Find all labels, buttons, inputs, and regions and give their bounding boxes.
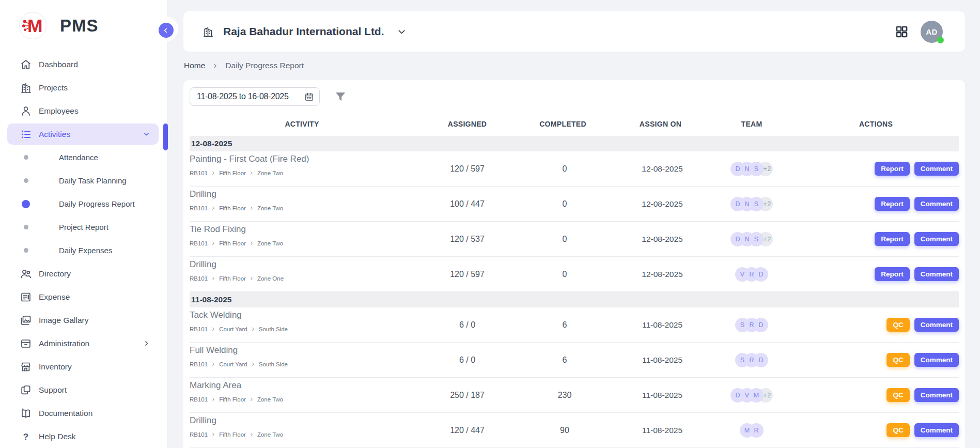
row-actions: ReportComment [793,267,959,281]
location-segment: RB101 [190,396,208,403]
location-segment: Fifth Floor [219,205,246,212]
sidebar-item-expense[interactable]: Expense [0,285,167,308]
report-button[interactable]: Report [875,267,910,281]
table-row: DrillingRB101Fifth FloorZone Two100 / 44… [190,187,959,222]
comment-button[interactable]: Comment [914,423,959,437]
location-segment: South Side [259,361,288,368]
comment-button[interactable]: Comment [914,197,959,211]
qc-button[interactable]: QC [886,318,909,332]
activity-location: RB101Fifth FloorZone Two [190,431,419,438]
qc-button[interactable]: QC [886,423,909,437]
activity-location: RB101Fifth FloorZone Two [190,169,419,177]
breadcrumb-home[interactable]: Home [184,61,205,70]
team-avatar: D [730,162,745,176]
date-range-value: 11-08-2025 to 16-08-2025 [197,92,304,101]
brand-logo-icon: M [19,12,46,39]
table-row: Tie Rod FixingRB101Fifth FloorZone Two12… [190,222,959,257]
sidebar-item-administration[interactable]: Administration [0,332,167,355]
team-avatar: D [730,232,745,246]
sidebar-subitem-daily-expenses[interactable]: Daily Expenses [0,239,167,262]
sidebar-subitem-attendance[interactable]: Attendance [0,146,167,169]
team-avatars: SRD [710,353,793,367]
table-row: Painting - First Coat (Fire Red)RB101Fif… [190,151,959,187]
header-actions: AD [895,21,943,43]
assign-on-value: 11-08-2025 [614,426,710,435]
activity-title: Marking Area [190,380,419,391]
activity-title: Tie Rod Fixing [190,224,419,235]
content-card: 11-08-2025 to 16-08-2025 ACTIVITY ASSIGN… [183,80,965,448]
team-avatars: DVM+2 [710,388,793,403]
table-row: DrillingRB101Fifth FloorZone One120 / 59… [190,257,959,292]
comment-button[interactable]: Comment [914,318,959,332]
comment-button[interactable]: Comment [914,162,959,176]
team-avatar: D [730,197,745,211]
chevron-right-icon [211,362,215,366]
report-button[interactable]: Report [875,197,910,211]
sidebar-subitem-daily-task-planning[interactable]: Daily Task Planning [0,169,167,192]
team-avatar: S [735,318,750,332]
row-actions: QCComment [793,423,959,437]
comment-button[interactable]: Comment [914,353,959,367]
building-icon [20,82,32,94]
sidebar-item-support[interactable]: Support [0,378,167,401]
qc-button[interactable]: QC [886,388,909,402]
chevron-down-icon [143,130,150,138]
assign-on-value: 12-08-2025 [614,270,710,279]
person-icon [20,105,32,117]
row-actions: ReportComment [793,232,959,246]
sidebar-item-employees[interactable]: Employees [0,99,167,122]
comment-button[interactable]: Comment [914,267,959,281]
activity-location: RB101Fifth FloorZone One [190,275,419,282]
assign-on-value: 11-08-2025 [614,391,710,400]
completed-value: 230 [515,391,614,400]
table-row: Marking AreaRB101Fifth FloorZone Two250 … [190,378,959,413]
sidebar-item-inventory[interactable]: Inventory [0,355,167,378]
team-avatars: DNS+2 [710,197,793,211]
svg-text:?: ? [23,432,28,442]
bullet-dot-icon [22,200,30,208]
qc-button[interactable]: QC [886,353,909,367]
sidebar-item-help-desk[interactable]: ?Help Desk [0,425,167,448]
location-segment: Zone Two [257,240,283,247]
sidebar-subitem-project-report[interactable]: Project Report [0,215,167,239]
sidebar-collapse-button[interactable] [153,17,178,41]
table-header: ACTIVITY ASSIGNED COMPLETED ASSIGN ON TE… [190,112,959,136]
date-group-header: 11-08-2025 [190,292,959,307]
date-range-input[interactable]: 11-08-2025 to 16-08-2025 [190,87,320,106]
user-avatar[interactable]: AD [921,21,943,43]
sidebar-item-directory[interactable]: Directory [0,262,167,285]
location-segment: Fifth Floor [219,275,246,282]
sidebar-item-dashboard[interactable]: Dashboard [0,53,167,76]
bullet-dot-icon [24,155,28,160]
team-avatars: DNS+2 [710,232,793,246]
comment-button[interactable]: Comment [914,232,959,246]
chevron-right-icon [211,241,215,245]
sidebar-item-activities[interactable]: Activities [7,123,159,145]
sidebar-item-projects[interactable]: Projects [0,76,167,99]
completed-value: 0 [515,199,614,209]
online-status-dot [937,37,944,43]
assign-on-value: 11-08-2025 [614,320,710,330]
filter-funnel-icon[interactable] [334,90,347,103]
report-button[interactable]: Report [875,162,910,176]
column-header-assigned: ASSIGNED [419,120,515,128]
location-segment: Court Yard [219,326,247,333]
sidebar-subitem-daily-progress-report[interactable]: Daily Progress Report [0,192,167,215]
assigned-value: 6 / 0 [419,356,515,365]
apps-grid-icon[interactable] [895,25,909,39]
location-segment: Zone Two [257,396,283,403]
chevron-right-icon [250,397,254,401]
archive-icon [20,337,32,350]
table-body: 12-08-2025Painting - First Coat (Fire Re… [190,136,959,448]
sidebar-item-image-gallary[interactable]: Image Gallary [0,308,167,332]
row-actions: QCComment [793,388,959,402]
sidebar-item-documentation[interactable]: Documentation [0,401,167,425]
location-segment: RB101 [190,205,208,212]
activity-location: RB101Fifth FloorZone Two [190,240,419,247]
chevron-right-icon [211,432,215,437]
assign-on-value: 11-08-2025 [614,356,710,365]
comment-button[interactable]: Comment [914,388,959,402]
report-button[interactable]: Report [875,232,910,246]
chevron-right-icon [250,432,254,437]
company-selector[interactable]: Raja Bahadur International Ltd. [202,25,407,38]
